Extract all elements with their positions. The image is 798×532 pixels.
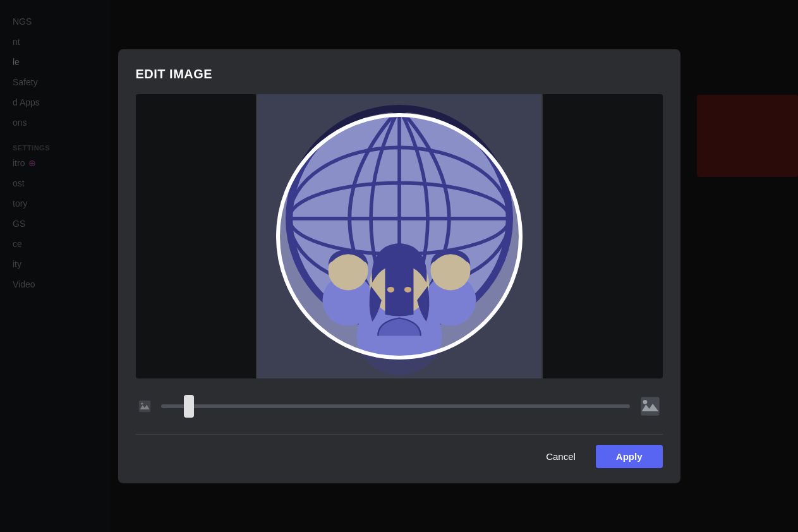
- zoom-slider[interactable]: [161, 404, 630, 408]
- slider-section: [136, 391, 663, 421]
- modal-overlay: EDIT IMAGE: [0, 0, 798, 532]
- image-edit-area[interactable]: [136, 94, 663, 378]
- zoom-in-icon: [640, 396, 660, 416]
- image-center-zone: [256, 94, 543, 378]
- community-image: [256, 94, 543, 378]
- edit-image-modal: EDIT IMAGE: [118, 49, 680, 483]
- svg-rect-17: [641, 397, 659, 415]
- svg-point-14: [404, 286, 411, 292]
- modal-footer: Cancel Apply: [136, 434, 663, 468]
- svg-point-18: [643, 400, 647, 404]
- svg-rect-15: [138, 400, 150, 411]
- apply-button[interactable]: Apply: [596, 445, 663, 468]
- cancel-button[interactable]: Cancel: [533, 445, 588, 468]
- svg-point-13: [387, 286, 394, 292]
- zoom-out-icon: [138, 400, 151, 413]
- modal-title: EDIT IMAGE: [136, 67, 663, 82]
- svg-point-16: [141, 402, 143, 404]
